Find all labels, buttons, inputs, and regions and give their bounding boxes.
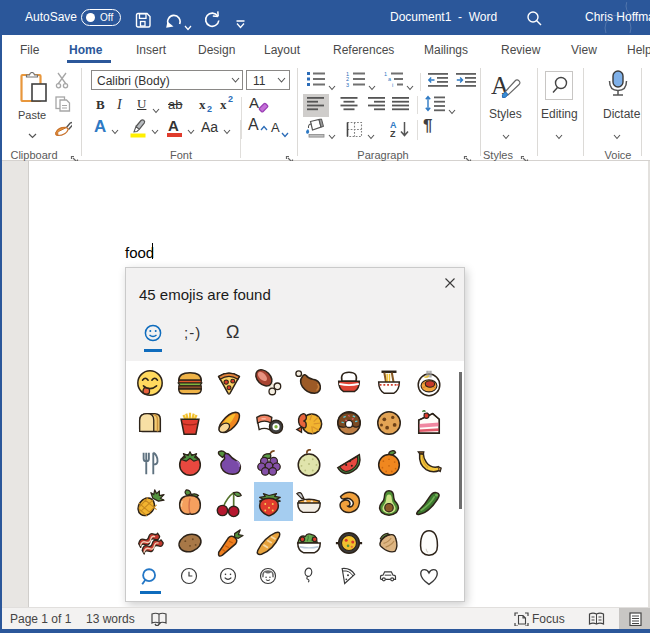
- svg-text:Z: Z: [390, 129, 396, 138]
- svg-text:i: i: [392, 82, 393, 88]
- svg-text:1: 1: [384, 71, 387, 77]
- svg-text:A: A: [390, 120, 397, 130]
- svg-text:3: 3: [346, 82, 349, 88]
